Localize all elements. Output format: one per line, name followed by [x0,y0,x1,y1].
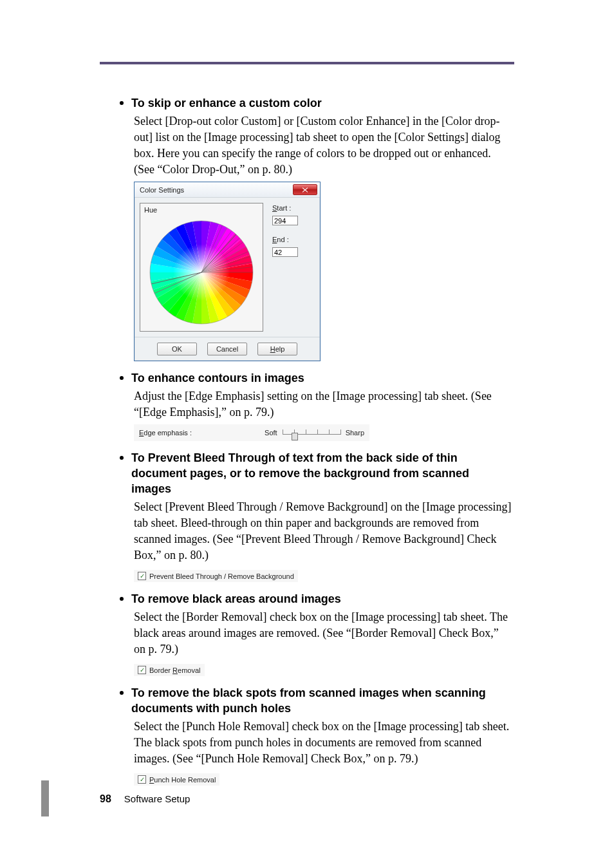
bullet-icon [120,376,124,380]
hue-side-fields: Start : End : [272,203,298,332]
edge-emphasis-label: Edge emphasis : [139,429,192,437]
section-body: Select [Drop-out color Custom] or [Custo… [134,113,512,178]
start-input[interactable] [272,216,298,225]
checkbox-icon[interactable]: ✓ [138,572,146,580]
bleed-checkbox-figure: ✓ Prevent Bleed Through / Remove Backgro… [134,570,298,582]
dialog-body: Hue [135,198,320,337]
edge-emphasis-slider-group: Soft Sharp [265,428,364,438]
start-label: Start : [272,204,298,212]
cancel-button[interactable]: Cancel [207,343,247,355]
border-u: R [172,666,178,674]
section-punch: To remove the black spots from scanned i… [116,685,512,716]
edge-emphasis-figure: Edge emphasis : Soft Sharp [134,424,512,441]
bullet-icon [120,597,124,601]
section-border: To remove black areas around images [116,591,512,607]
page-footer: 98 Software Setup [100,793,190,805]
hue-row: Hue [140,203,315,332]
section-contours: To enhance contours in images [116,370,512,386]
end-input[interactable] [272,247,298,257]
page-number: 98 [100,793,111,805]
hue-wheel-svg [147,218,256,327]
border-post: emoval [178,666,200,674]
ee-label-rest: dge emphasis : [144,429,192,437]
color-settings-dialog: Color Settings Hue [134,182,321,361]
slider-thumb[interactable] [292,433,298,440]
punch-checkbox-figure: ✓ Punch Hole Removal [134,773,219,786]
punch-post: unch Hole Removal [154,776,216,784]
section-body: Select the [Border Removal] check box on… [134,609,512,657]
side-tab [41,780,49,816]
color-settings-figure: Color Settings Hue [134,182,512,361]
x-glyph [302,187,308,193]
punch-checkbox-label: Punch Hole Removal [149,776,216,784]
dialog-titlebar: Color Settings [135,182,320,198]
section-name: Software Setup [124,793,191,804]
document-page: To skip or enhance a custom color Select… [0,0,614,868]
border-checkbox-figure: ✓ Border Removal [134,664,205,676]
section-bleed: To Prevent Bleed Through of text from th… [116,450,512,496]
bleed-checkbox-label: Prevent Bleed Through / Remove Backgroun… [149,572,294,580]
dialog-footer: OK Cancel Help [135,337,320,361]
sharp-label: Sharp [346,429,364,437]
hue-label: Hue [144,206,259,214]
hue-panel: Hue [140,203,263,332]
checkbox-icon[interactable]: ✓ [138,775,146,784]
ok-button[interactable]: OK [157,343,197,355]
close-icon[interactable] [293,184,317,195]
header-rule [100,62,514,64]
start-label-rest: tart : [277,204,291,212]
hue-wheel[interactable] [147,218,256,327]
end-label: End : [272,236,298,243]
section-title: To enhance contours in images [131,370,304,386]
section-title: To remove black areas around images [131,591,341,607]
section-body: Select the [Punch Hole Removal] check bo… [134,719,512,767]
end-label-rest: nd : [277,236,288,243]
edge-emphasis-control: Edge emphasis : Soft Sharp [134,424,369,441]
main-content: To skip or enhance a custom color Select… [116,95,512,795]
section-body: Adjust the [Edge Emphasis] setting on th… [134,388,512,420]
bullet-icon [120,691,124,695]
border-pre: Border [149,666,172,674]
border-checkbox-label: Border Removal [149,666,201,674]
edge-emphasis-slider[interactable] [283,428,340,438]
help-button[interactable]: Help [257,343,297,355]
bullet-icon [120,101,124,105]
section-body: Select [Prevent Bleed Through / Remove B… [134,499,512,563]
section-title: To remove the black spots from scanned i… [131,685,512,716]
soft-label: Soft [265,429,277,437]
help-rest: elp [275,345,285,353]
section-title: To skip or enhance a custom color [131,95,322,111]
dialog-title-text: Color Settings [140,186,184,194]
checkbox-icon[interactable]: ✓ [138,666,146,674]
bullet-icon [120,456,124,460]
section-skip-enhance: To skip or enhance a custom color [116,95,512,111]
section-title: To Prevent Bleed Through of text from th… [131,450,512,496]
